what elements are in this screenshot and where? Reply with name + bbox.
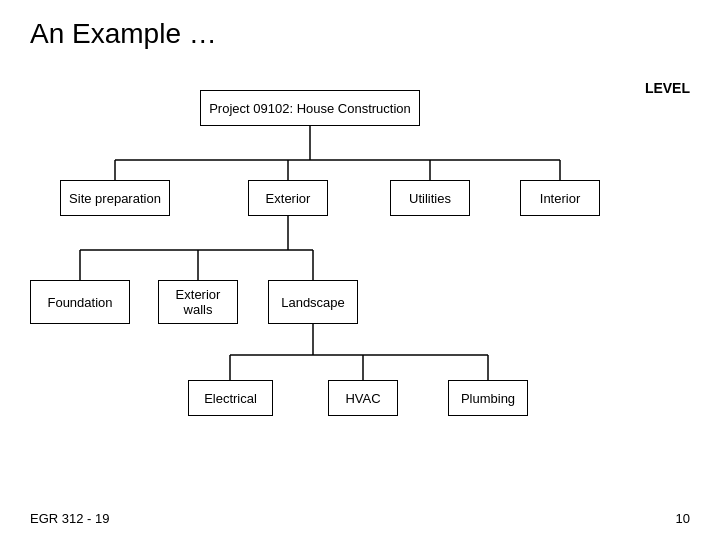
box-root: Project 09102: House Construction: [200, 90, 420, 126]
box-site-prep: Site preparation: [60, 180, 170, 216]
box-exterior: Exterior: [248, 180, 328, 216]
page-title: An Example …: [0, 0, 720, 50]
level-label: LEVEL: [645, 80, 690, 96]
box-plumbing: Plumbing: [448, 380, 528, 416]
box-landscape: Landscape: [268, 280, 358, 324]
box-hvac: HVAC: [328, 380, 398, 416]
footer-right: 10: [676, 511, 690, 526]
box-electrical: Electrical: [188, 380, 273, 416]
box-utilities: Utilities: [390, 180, 470, 216]
box-foundation: Foundation: [30, 280, 130, 324]
box-exterior-walls: Exteriorwalls: [158, 280, 238, 324]
footer-left: EGR 312 - 19: [30, 511, 110, 526]
box-interior: Interior: [520, 180, 600, 216]
diagram-area: LEVEL Project 09102: House Co: [0, 70, 720, 490]
